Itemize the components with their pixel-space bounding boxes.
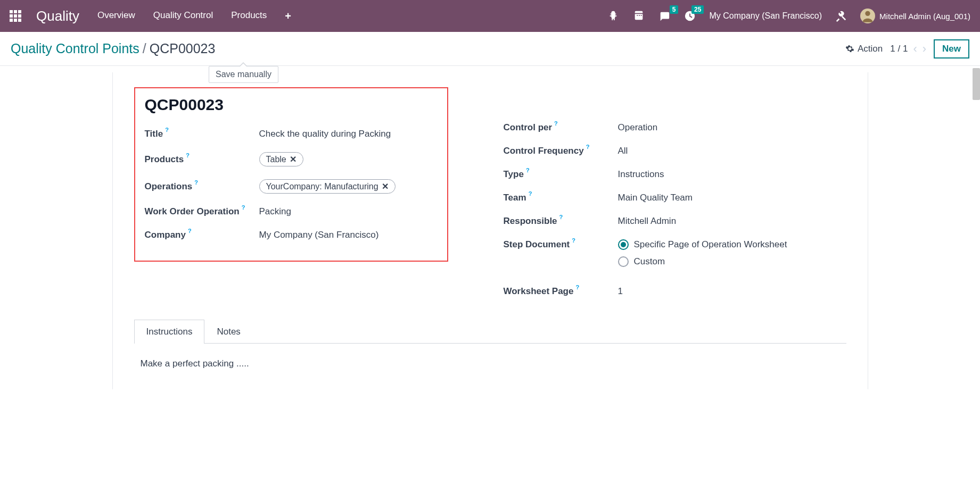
label-title: Title: [145, 129, 163, 139]
user-name: Mitchell Admin (Aug_001): [879, 12, 970, 21]
tab-instructions[interactable]: Instructions: [134, 320, 205, 344]
pager-text[interactable]: 1 / 1: [890, 44, 908, 54]
field-ws-page[interactable]: 1: [618, 286, 623, 297]
company-selector[interactable]: My Company (San Francisco): [709, 11, 822, 21]
help-icon[interactable]: ?: [242, 204, 245, 211]
field-wo-operation[interactable]: Packing: [259, 206, 291, 217]
avatar: [860, 9, 875, 23]
field-operations[interactable]: YourCompany: Manufacturing✕: [259, 179, 396, 194]
nav-menu: Overview Quality Control Products +: [97, 10, 291, 22]
label-operations: Operations: [145, 181, 193, 192]
field-responsible[interactable]: Mitchell Admin: [618, 216, 677, 227]
label-products: Products: [145, 154, 184, 165]
help-icon[interactable]: ?: [186, 152, 190, 158]
help-icon[interactable]: ?: [572, 237, 575, 244]
help-icon[interactable]: ?: [586, 144, 590, 150]
activities-badge: 25: [691, 5, 704, 14]
phone-icon[interactable]: [632, 10, 645, 22]
label-step-doc: Step Document: [504, 239, 570, 250]
breadcrumb-root[interactable]: Quality Control Points: [11, 41, 139, 56]
radio-custom[interactable]: [618, 256, 629, 267]
breadcrumb: Quality Control Points/QCP00023: [11, 41, 215, 56]
messages-badge: 5: [670, 5, 679, 14]
bug-icon[interactable]: [607, 10, 620, 22]
label-control-per: Control per: [504, 122, 553, 133]
tag-remove-icon[interactable]: ✕: [382, 181, 389, 191]
apps-icon[interactable]: [10, 10, 21, 22]
help-icon[interactable]: ?: [526, 167, 530, 173]
activities-icon[interactable]: 25: [683, 10, 696, 22]
field-team[interactable]: Main Quality Team: [618, 193, 693, 203]
gear-icon: [845, 44, 854, 53]
help-icon[interactable]: ?: [194, 179, 198, 186]
tag-operation: YourCompany: Manufacturing✕: [259, 179, 396, 194]
tools-icon[interactable]: [835, 10, 847, 22]
label-wo-operation: Work Order Operation: [145, 206, 240, 217]
svg-point-0: [865, 11, 870, 16]
field-step-doc: Specific Page of Operation Worksheet Cus…: [618, 239, 787, 273]
field-type[interactable]: Instructions: [618, 169, 664, 180]
radio-specific-page[interactable]: [618, 239, 629, 250]
help-icon[interactable]: ?: [529, 190, 532, 197]
app-brand[interactable]: Quality: [36, 8, 79, 24]
nav-quality-control[interactable]: Quality Control: [153, 10, 213, 22]
field-control-per[interactable]: Operation: [618, 122, 658, 133]
label-control-freq: Control Frequency: [504, 146, 584, 156]
label-type: Type: [504, 169, 524, 180]
notebook: Instructions Notes Make a perfect packin…: [134, 319, 846, 384]
add-menu-icon[interactable]: +: [285, 10, 291, 22]
save-tooltip: Save manually: [209, 66, 278, 83]
field-control-freq[interactable]: All: [618, 146, 628, 156]
tag-product: Table✕: [259, 152, 303, 166]
messages-icon[interactable]: 5: [658, 10, 671, 22]
nav-products[interactable]: Products: [231, 10, 267, 22]
pager-prev[interactable]: ‹: [913, 42, 917, 56]
highlight-region: QCP00023 Title? Check the quality during…: [134, 87, 448, 262]
help-icon[interactable]: ?: [575, 284, 579, 290]
field-title[interactable]: Check the quality during Packing: [259, 129, 391, 139]
help-icon[interactable]: ?: [559, 214, 563, 220]
label-company: Company: [145, 230, 186, 240]
pager-next[interactable]: ›: [923, 42, 926, 56]
breadcrumb-current: QCP00023: [150, 41, 216, 56]
record-name[interactable]: QCP00023: [145, 96, 438, 114]
help-icon[interactable]: ?: [165, 127, 169, 133]
user-menu[interactable]: Mitchell Admin (Aug_001): [860, 9, 970, 23]
nav-overview[interactable]: Overview: [97, 10, 135, 22]
label-ws-page: Worksheet Page: [504, 286, 574, 297]
instructions-content[interactable]: Make a perfect packing .....: [134, 344, 846, 384]
help-icon[interactable]: ?: [554, 120, 558, 127]
new-button[interactable]: New: [934, 39, 969, 59]
scrollbar-thumb[interactable]: [973, 68, 980, 100]
systray: 5 25 My Company (San Francisco) Mitchell…: [607, 9, 970, 23]
field-company[interactable]: My Company (San Francisco): [259, 230, 379, 240]
pager: 1 / 1 ‹ ›: [890, 42, 926, 56]
action-menu[interactable]: Action: [845, 44, 883, 54]
control-bar: Quality Control Points/QCP00023 Action 1…: [0, 32, 980, 66]
label-team: Team: [504, 193, 526, 203]
field-products[interactable]: Table✕: [259, 152, 303, 166]
form-sheet: QCP00023 Title? Check the quality during…: [112, 72, 868, 389]
tag-remove-icon[interactable]: ✕: [290, 154, 297, 164]
label-responsible: Responsible: [504, 216, 557, 227]
topbar: Quality Overview Quality Control Product…: [0, 0, 980, 32]
help-icon[interactable]: ?: [188, 228, 192, 234]
tab-notes[interactable]: Notes: [204, 320, 252, 344]
